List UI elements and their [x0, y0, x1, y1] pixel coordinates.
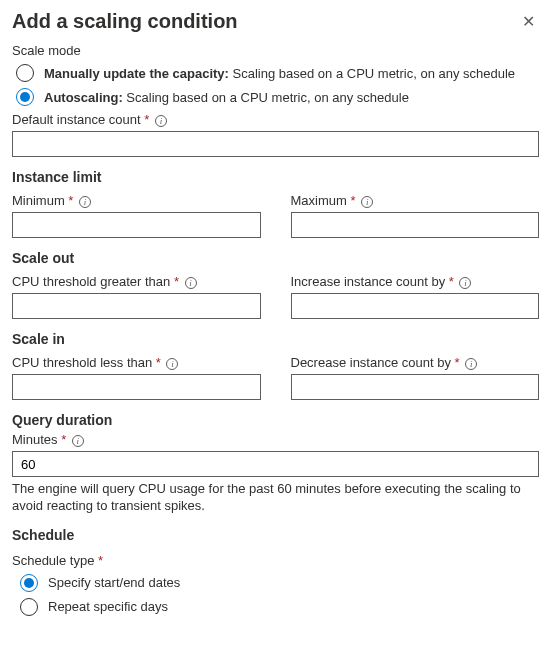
info-icon[interactable]: i — [155, 115, 167, 127]
info-icon[interactable]: i — [465, 358, 477, 370]
info-icon[interactable]: i — [185, 277, 197, 289]
info-icon[interactable]: i — [361, 196, 373, 208]
schedule-type-label: Schedule type * — [12, 553, 539, 568]
radio-icon[interactable] — [20, 574, 38, 592]
minutes-label: Minutes * i — [12, 432, 539, 447]
close-icon[interactable]: ✕ — [518, 10, 539, 33]
scale-out-heading: Scale out — [12, 250, 539, 266]
increase-count-label: Increase instance count by * i — [291, 274, 540, 289]
maximum-input[interactable] — [291, 212, 540, 238]
default-instance-label: Default instance count * i — [12, 112, 539, 127]
scale-mode-auto[interactable]: Autoscaling: Scaling based on a CPU metr… — [16, 88, 539, 106]
decrease-count-label: Decrease instance count by * i — [291, 355, 540, 370]
scale-mode-manual[interactable]: Manually update the capacity: Scaling ba… — [16, 64, 539, 82]
scale-out-threshold-label: CPU threshold greater than * i — [12, 274, 261, 289]
minimum-input[interactable] — [12, 212, 261, 238]
scale-mode-manual-label: Manually update the capacity: Scaling ba… — [44, 66, 515, 81]
schedule-heading: Schedule — [12, 527, 539, 543]
radio-icon[interactable] — [16, 64, 34, 82]
query-duration-heading: Query duration — [12, 412, 539, 428]
info-icon[interactable]: i — [459, 277, 471, 289]
radio-icon[interactable] — [16, 88, 34, 106]
schedule-type-repeat-label: Repeat specific days — [48, 599, 168, 614]
maximum-label: Maximum * i — [291, 193, 540, 208]
default-instance-input[interactable] — [12, 131, 539, 157]
query-duration-help: The engine will query CPU usage for the … — [12, 481, 539, 515]
scale-in-threshold-label: CPU threshold less than * i — [12, 355, 261, 370]
info-icon[interactable]: i — [79, 196, 91, 208]
schedule-type-repeat[interactable]: Repeat specific days — [20, 598, 539, 616]
info-icon[interactable]: i — [166, 358, 178, 370]
scale-mode-auto-label: Autoscaling: Scaling based on a CPU metr… — [44, 90, 409, 105]
increase-count-input[interactable] — [291, 293, 540, 319]
minimum-label: Minimum * i — [12, 193, 261, 208]
panel-title: Add a scaling condition — [12, 10, 238, 33]
info-icon[interactable]: i — [72, 435, 84, 447]
minutes-input[interactable] — [12, 451, 539, 477]
decrease-count-input[interactable] — [291, 374, 540, 400]
scale-out-threshold-input[interactable] — [12, 293, 261, 319]
schedule-type-specify-label: Specify start/end dates — [48, 575, 180, 590]
instance-limit-heading: Instance limit — [12, 169, 539, 185]
scale-mode-label: Scale mode — [12, 43, 539, 58]
scale-in-threshold-input[interactable] — [12, 374, 261, 400]
scale-in-heading: Scale in — [12, 331, 539, 347]
radio-icon[interactable] — [20, 598, 38, 616]
schedule-type-specify[interactable]: Specify start/end dates — [20, 574, 539, 592]
